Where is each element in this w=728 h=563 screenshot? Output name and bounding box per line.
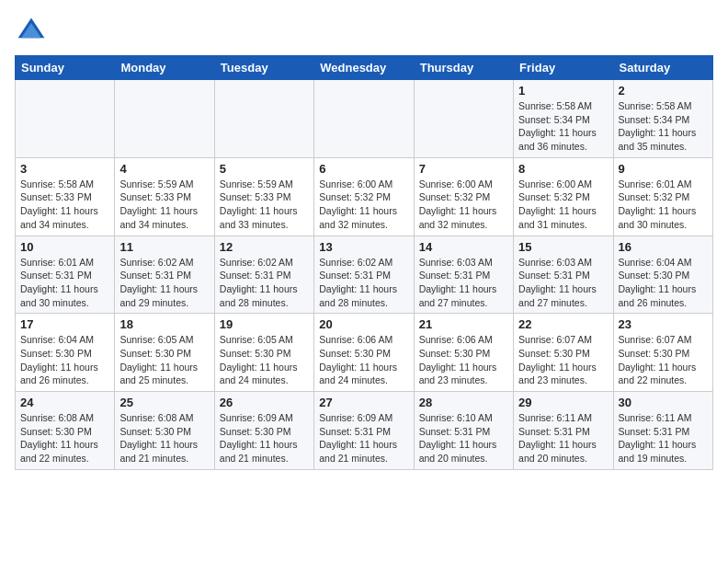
calendar-cell: 9Sunrise: 6:01 AM Sunset: 5:32 PM Daylig… xyxy=(613,157,712,236)
calendar-cell xyxy=(214,80,313,158)
calendar-cell: 13Sunrise: 6:02 AM Sunset: 5:31 PM Dayli… xyxy=(314,236,414,314)
day-number: 15 xyxy=(518,240,608,254)
day-number: 9 xyxy=(619,162,708,176)
calendar-cell: 30Sunrise: 6:11 AM Sunset: 5:31 PM Dayli… xyxy=(613,392,712,470)
day-info: Sunrise: 6:01 AM Sunset: 5:32 PM Dayligh… xyxy=(619,178,708,232)
day-info: Sunrise: 5:59 AM Sunset: 5:33 PM Dayligh… xyxy=(119,178,209,232)
day-number: 24 xyxy=(20,396,109,409)
day-info: Sunrise: 6:08 AM Sunset: 5:30 PM Dayligh… xyxy=(119,411,209,465)
day-info: Sunrise: 6:02 AM Sunset: 5:31 PM Dayligh… xyxy=(220,256,309,310)
day-number: 8 xyxy=(518,162,608,176)
day-info: Sunrise: 6:01 AM Sunset: 5:31 PM Dayligh… xyxy=(20,256,109,310)
logo xyxy=(15,15,51,48)
day-number: 18 xyxy=(119,317,209,331)
weekday-header-wednesday: Wednesday xyxy=(314,56,414,80)
calendar-cell: 1Sunrise: 5:58 AM Sunset: 5:34 PM Daylig… xyxy=(514,80,613,158)
calendar-cell: 19Sunrise: 6:05 AM Sunset: 5:30 PM Dayli… xyxy=(214,314,313,392)
calendar-cell: 22Sunrise: 6:07 AM Sunset: 5:30 PM Dayli… xyxy=(514,314,613,392)
calendar-week-3: 10Sunrise: 6:01 AM Sunset: 5:31 PM Dayli… xyxy=(16,236,713,314)
day-info: Sunrise: 5:58 AM Sunset: 5:34 PM Dayligh… xyxy=(619,99,708,154)
page-header xyxy=(15,15,713,48)
calendar-cell: 29Sunrise: 6:11 AM Sunset: 5:31 PM Dayli… xyxy=(514,392,613,470)
calendar-cell: 27Sunrise: 6:09 AM Sunset: 5:31 PM Dayli… xyxy=(314,392,414,470)
calendar-cell: 6Sunrise: 6:00 AM Sunset: 5:32 PM Daylig… xyxy=(314,157,414,236)
day-info: Sunrise: 6:05 AM Sunset: 5:30 PM Dayligh… xyxy=(220,333,309,387)
calendar-cell xyxy=(314,80,414,158)
day-number: 22 xyxy=(518,317,608,331)
weekday-header-tuesday: Tuesday xyxy=(214,56,313,80)
calendar-cell xyxy=(115,80,214,158)
calendar-cell: 17Sunrise: 6:04 AM Sunset: 5:30 PM Dayli… xyxy=(16,314,115,392)
day-number: 29 xyxy=(518,396,608,409)
day-info: Sunrise: 6:09 AM Sunset: 5:30 PM Dayligh… xyxy=(220,411,309,465)
day-info: Sunrise: 6:06 AM Sunset: 5:30 PM Dayligh… xyxy=(419,333,508,387)
day-info: Sunrise: 6:00 AM Sunset: 5:32 PM Dayligh… xyxy=(319,178,408,232)
weekday-header-thursday: Thursday xyxy=(414,56,513,80)
weekday-header-saturday: Saturday xyxy=(613,56,712,80)
day-info: Sunrise: 6:06 AM Sunset: 5:30 PM Dayligh… xyxy=(319,333,408,387)
day-info: Sunrise: 5:58 AM Sunset: 5:33 PM Dayligh… xyxy=(20,178,109,232)
calendar-cell: 7Sunrise: 6:00 AM Sunset: 5:32 PM Daylig… xyxy=(414,157,513,236)
calendar-cell: 4Sunrise: 5:59 AM Sunset: 5:33 PM Daylig… xyxy=(115,157,214,236)
calendar-cell: 25Sunrise: 6:08 AM Sunset: 5:30 PM Dayli… xyxy=(115,392,214,470)
day-number: 2 xyxy=(619,84,708,98)
day-number: 27 xyxy=(319,396,408,409)
calendar-cell: 12Sunrise: 6:02 AM Sunset: 5:31 PM Dayli… xyxy=(214,236,313,314)
day-number: 30 xyxy=(619,396,708,409)
day-info: Sunrise: 6:05 AM Sunset: 5:30 PM Dayligh… xyxy=(119,333,209,387)
day-info: Sunrise: 6:09 AM Sunset: 5:31 PM Dayligh… xyxy=(319,411,408,465)
day-info: Sunrise: 6:04 AM Sunset: 5:30 PM Dayligh… xyxy=(619,256,708,310)
calendar-cell: 11Sunrise: 6:02 AM Sunset: 5:31 PM Dayli… xyxy=(115,236,214,314)
day-number: 19 xyxy=(220,317,309,331)
day-number: 10 xyxy=(20,240,109,254)
calendar-week-1: 1Sunrise: 5:58 AM Sunset: 5:34 PM Daylig… xyxy=(16,80,713,158)
day-number: 16 xyxy=(619,240,708,254)
calendar-cell xyxy=(414,80,513,158)
day-number: 13 xyxy=(319,240,408,254)
calendar-cell: 16Sunrise: 6:04 AM Sunset: 5:30 PM Dayli… xyxy=(613,236,712,314)
day-info: Sunrise: 6:07 AM Sunset: 5:30 PM Dayligh… xyxy=(619,333,708,387)
day-info: Sunrise: 6:00 AM Sunset: 5:32 PM Dayligh… xyxy=(419,178,508,232)
calendar-cell: 20Sunrise: 6:06 AM Sunset: 5:30 PM Dayli… xyxy=(314,314,414,392)
day-info: Sunrise: 6:02 AM Sunset: 5:31 PM Dayligh… xyxy=(319,256,408,310)
calendar-cell: 21Sunrise: 6:06 AM Sunset: 5:30 PM Dayli… xyxy=(414,314,513,392)
calendar-cell: 24Sunrise: 6:08 AM Sunset: 5:30 PM Dayli… xyxy=(16,392,115,470)
day-number: 20 xyxy=(319,317,408,331)
calendar-cell: 2Sunrise: 5:58 AM Sunset: 5:34 PM Daylig… xyxy=(613,80,712,158)
logo-icon xyxy=(15,15,48,48)
day-number: 23 xyxy=(619,317,708,331)
day-info: Sunrise: 6:10 AM Sunset: 5:31 PM Dayligh… xyxy=(419,411,508,465)
calendar-cell: 23Sunrise: 6:07 AM Sunset: 5:30 PM Dayli… xyxy=(613,314,712,392)
day-number: 17 xyxy=(20,317,109,331)
day-info: Sunrise: 6:03 AM Sunset: 5:31 PM Dayligh… xyxy=(518,256,608,310)
calendar-table: SundayMondayTuesdayWednesdayThursdayFrid… xyxy=(15,55,713,470)
calendar-week-5: 24Sunrise: 6:08 AM Sunset: 5:30 PM Dayli… xyxy=(16,392,713,470)
calendar-cell: 14Sunrise: 6:03 AM Sunset: 5:31 PM Dayli… xyxy=(414,236,513,314)
day-number: 28 xyxy=(419,396,508,409)
day-number: 12 xyxy=(220,240,309,254)
day-number: 4 xyxy=(119,162,209,176)
calendar-cell xyxy=(16,80,115,158)
calendar-week-4: 17Sunrise: 6:04 AM Sunset: 5:30 PM Dayli… xyxy=(16,314,713,392)
day-info: Sunrise: 6:03 AM Sunset: 5:31 PM Dayligh… xyxy=(419,256,508,310)
day-info: Sunrise: 6:07 AM Sunset: 5:30 PM Dayligh… xyxy=(518,333,608,387)
day-number: 14 xyxy=(419,240,508,254)
day-number: 25 xyxy=(119,396,209,409)
calendar-cell: 5Sunrise: 5:59 AM Sunset: 5:33 PM Daylig… xyxy=(214,157,313,236)
day-info: Sunrise: 6:00 AM Sunset: 5:32 PM Dayligh… xyxy=(518,178,608,232)
day-info: Sunrise: 6:02 AM Sunset: 5:31 PM Dayligh… xyxy=(119,256,209,310)
calendar-cell: 26Sunrise: 6:09 AM Sunset: 5:30 PM Dayli… xyxy=(214,392,313,470)
day-info: Sunrise: 6:11 AM Sunset: 5:31 PM Dayligh… xyxy=(619,411,708,465)
day-info: Sunrise: 5:58 AM Sunset: 5:34 PM Dayligh… xyxy=(518,99,608,154)
day-number: 7 xyxy=(419,162,508,176)
calendar-cell: 8Sunrise: 6:00 AM Sunset: 5:32 PM Daylig… xyxy=(514,157,613,236)
calendar-week-2: 3Sunrise: 5:58 AM Sunset: 5:33 PM Daylig… xyxy=(16,157,713,236)
calendar-cell: 28Sunrise: 6:10 AM Sunset: 5:31 PM Dayli… xyxy=(414,392,513,470)
day-info: Sunrise: 5:59 AM Sunset: 5:33 PM Dayligh… xyxy=(220,178,309,232)
day-number: 6 xyxy=(319,162,408,176)
day-number: 21 xyxy=(419,317,508,331)
day-number: 11 xyxy=(119,240,209,254)
calendar-cell: 10Sunrise: 6:01 AM Sunset: 5:31 PM Dayli… xyxy=(16,236,115,314)
day-number: 5 xyxy=(220,162,309,176)
day-number: 3 xyxy=(20,162,109,176)
